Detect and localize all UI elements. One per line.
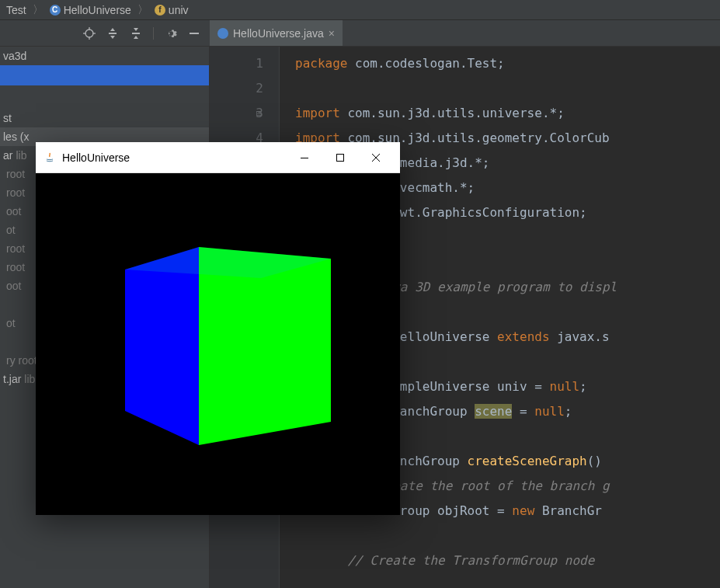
class-icon: C	[50, 5, 61, 16]
window-title: HelloUniverse	[62, 151, 287, 164]
minimize-button[interactable]	[287, 142, 322, 173]
svg-marker-6	[110, 28, 115, 31]
svg-marker-9	[134, 28, 138, 31]
titlebar[interactable]: HelloUniverse	[36, 142, 400, 173]
fold-icon[interactable]: ⊟	[256, 101, 262, 126]
project-toolbar	[0, 27, 210, 40]
sidebar-item-selected[interactable]	[0, 65, 209, 85]
java-file-icon	[217, 28, 228, 39]
collapse-all-icon[interactable]	[130, 27, 142, 40]
editor-tabs: HelloUniverse.java ×	[210, 20, 343, 46]
breadcrumb-label: univ	[169, 4, 189, 16]
chevron-right-icon: 〉	[30, 3, 47, 17]
svg-rect-14	[301, 158, 308, 158]
toolbar-row: HelloUniverse.java ×	[0, 20, 720, 47]
breadcrumb-item[interactable]: Test	[6, 4, 26, 16]
svg-rect-5	[109, 33, 117, 34]
gear-icon[interactable]	[165, 27, 177, 40]
field-icon: f	[155, 5, 165, 16]
sidebar-item[interactable]: st	[0, 109, 209, 127]
breadcrumb-label: Test	[6, 4, 26, 16]
close-tab-icon[interactable]: ×	[329, 27, 335, 40]
tab-filename: HelloUniverse.java	[233, 27, 324, 40]
svg-point-0	[85, 30, 93, 37]
sidebar-label: va3d	[3, 50, 26, 62]
cube-face-blue	[125, 247, 199, 445]
svg-marker-7	[110, 36, 115, 39]
chevron-right-icon: 〉	[134, 3, 151, 17]
breadcrumb-label: HelloUniverse	[64, 4, 131, 16]
java-app-window[interactable]: HelloUniverse	[36, 142, 400, 515]
java3d-canvas	[36, 173, 400, 515]
svg-rect-8	[132, 33, 140, 34]
expand-all-icon[interactable]	[106, 27, 119, 40]
breadcrumb-item[interactable]: f univ	[155, 4, 189, 16]
svg-rect-15	[337, 154, 344, 161]
breadcrumb: Test 〉 C HelloUniverse 〉 f univ	[0, 0, 720, 20]
close-button[interactable]	[358, 142, 394, 173]
sidebar-item[interactable]: va3d	[0, 47, 209, 65]
svg-rect-11	[190, 33, 199, 34]
locate-icon[interactable]	[83, 27, 96, 40]
hide-icon[interactable]	[188, 27, 200, 40]
svg-marker-10	[134, 36, 138, 39]
editor-tab[interactable]: HelloUniverse.java ×	[210, 20, 343, 46]
svg-point-12	[219, 30, 227, 37]
breadcrumb-item[interactable]: C HelloUniverse	[50, 4, 131, 16]
java-app-icon	[43, 151, 56, 164]
divider	[153, 27, 154, 40]
maximize-button[interactable]	[322, 142, 358, 173]
